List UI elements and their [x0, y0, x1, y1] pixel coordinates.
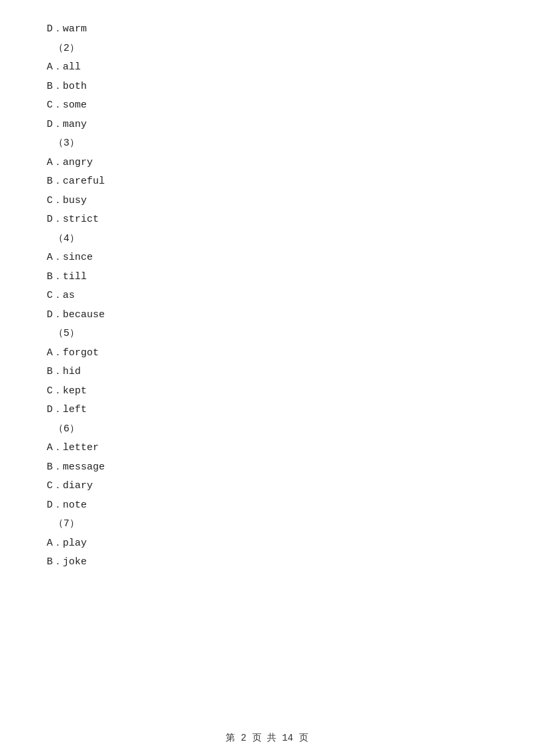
question-line-q7-label: （7）: [47, 515, 487, 534]
question-line-q3-b: B．careful: [47, 172, 487, 192]
question-line-q5-label: （5）: [47, 325, 487, 344]
question-line-q5-c: C．kept: [47, 382, 487, 401]
page-footer: 第 2 页 共 14 页: [0, 732, 534, 744]
question-line-q6-c: C．diary: [47, 477, 487, 496]
question-line-q3-c: C．busy: [47, 192, 487, 211]
question-line-q7-b: B．joke: [47, 553, 487, 572]
question-line-q3-a: A．angry: [47, 154, 487, 173]
question-line-q5-d: D．left: [47, 401, 487, 420]
question-line-q6-d: D．note: [47, 496, 487, 516]
page-content: D．warm（2）A．allB．bothC．someD．many（3）A．ang…: [0, 0, 534, 612]
question-line-q5-b: B．hid: [47, 363, 487, 382]
question-line-q6-a: A．letter: [47, 439, 487, 458]
question-line-q6-b: B．message: [47, 458, 487, 478]
question-line-q4-d: D．because: [47, 306, 487, 325]
question-line-d-warm: D．warm: [47, 20, 487, 39]
question-line-q2-label: （2）: [47, 39, 487, 59]
question-line-q4-b: B．till: [47, 268, 487, 287]
question-line-q5-a: A．forgot: [47, 344, 487, 363]
question-line-q2-d: D．many: [47, 116, 487, 135]
question-line-q3-d: D．strict: [47, 210, 487, 230]
question-line-q2-a: A．all: [47, 58, 487, 77]
question-line-q2-c: C．some: [47, 96, 487, 116]
question-line-q7-a: A．play: [47, 534, 487, 554]
question-line-q6-label: （6）: [47, 420, 487, 439]
question-line-q3-label: （3）: [47, 134, 487, 154]
question-line-q4-c: C．as: [47, 287, 487, 306]
question-line-q4-label: （4）: [47, 230, 487, 249]
question-line-q4-a: A．since: [47, 248, 487, 268]
question-line-q2-b: B．both: [47, 77, 487, 97]
footer-text: 第 2 页 共 14 页: [226, 733, 308, 743]
